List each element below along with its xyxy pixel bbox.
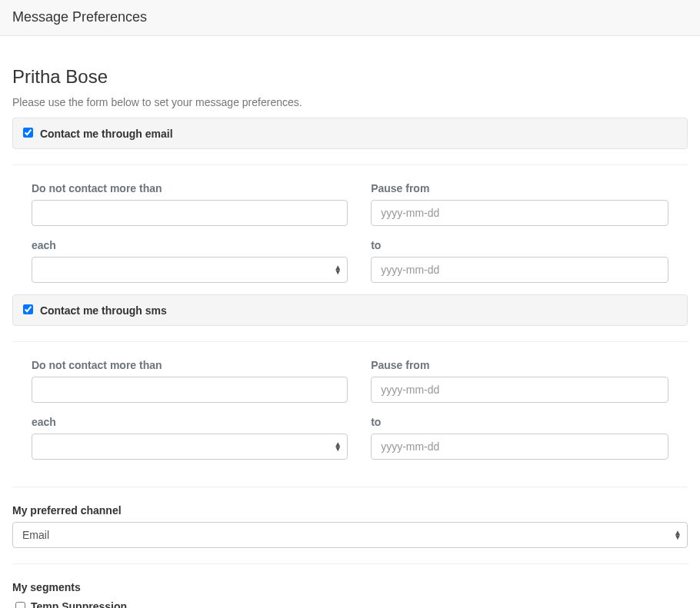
frequency-label: Do not contact more than bbox=[32, 357, 162, 373]
channel-block-sms: Contact me through sms Do not contact mo… bbox=[12, 294, 688, 471]
pause-col: Pause from to bbox=[359, 357, 699, 471]
user-name-heading: Pritha Bose bbox=[12, 67, 688, 87]
segment-checkbox[interactable] bbox=[15, 602, 25, 608]
each-label: each bbox=[32, 414, 56, 430]
divider bbox=[12, 341, 688, 342]
segments-label: My segments bbox=[12, 580, 688, 595]
channel-checkbox-sms[interactable] bbox=[23, 304, 33, 314]
frequency-col: Do not contact more than each ▲▼ bbox=[20, 357, 359, 471]
pause-col: Pause from to bbox=[359, 181, 699, 294]
channel-label-text: Contact me through sms bbox=[40, 304, 167, 317]
pause-from-label: Pause from bbox=[371, 357, 429, 373]
channel-row-sms: Do not contact more than each ▲▼ Pause f… bbox=[1, 357, 699, 471]
channel-row-email: Do not contact more than each ▲▼ Pause f… bbox=[1, 181, 699, 294]
pause-to-input-sms[interactable] bbox=[371, 434, 668, 460]
divider bbox=[12, 487, 688, 487]
pause-to-label: to bbox=[371, 414, 381, 430]
segment-item[interactable]: Temp Suppression bbox=[12, 599, 688, 608]
channel-label-text: Contact me through email bbox=[40, 128, 173, 140]
segments-section: My segments Temp Suppression Suppression… bbox=[12, 580, 688, 608]
each-select-sms[interactable] bbox=[32, 434, 348, 460]
instructions-text: Please use the form below to set your me… bbox=[12, 95, 688, 110]
navbar-title: Message Preferences bbox=[12, 8, 688, 28]
pause-from-label: Pause from bbox=[371, 181, 429, 196]
preferred-channel-label: My preferred channel bbox=[12, 503, 688, 518]
channel-header-email: Contact me through email bbox=[12, 118, 688, 149]
segment-label: Temp Suppression bbox=[31, 599, 127, 608]
frequency-input-email[interactable] bbox=[32, 200, 348, 226]
divider bbox=[12, 164, 688, 165]
pause-to-label: to bbox=[371, 238, 381, 253]
main-container: Pritha Bose Please use the form below to… bbox=[0, 36, 700, 608]
channel-block-email: Contact me through email Do not contact … bbox=[12, 118, 688, 294]
frequency-label: Do not contact more than bbox=[32, 181, 162, 196]
channel-checkbox-label-email[interactable]: Contact me through email bbox=[20, 125, 680, 141]
navbar: Message Preferences bbox=[0, 0, 700, 36]
pause-from-input-sms[interactable] bbox=[371, 377, 668, 403]
channel-checkbox-email[interactable] bbox=[23, 128, 33, 138]
frequency-col: Do not contact more than each ▲▼ bbox=[20, 181, 359, 294]
preferred-channel-group: My preferred channel Email ▲▼ bbox=[12, 503, 688, 548]
channel-checkbox-label-sms[interactable]: Contact me through sms bbox=[20, 302, 680, 318]
each-select-email[interactable] bbox=[32, 257, 348, 283]
frequency-input-sms[interactable] bbox=[32, 377, 348, 403]
channel-header-sms: Contact me through sms bbox=[12, 294, 688, 326]
each-label: each bbox=[32, 238, 56, 253]
divider bbox=[12, 563, 688, 564]
pause-from-input-email[interactable] bbox=[371, 200, 668, 226]
preferred-channel-select[interactable]: Email bbox=[12, 522, 688, 548]
pause-to-input-email[interactable] bbox=[371, 257, 668, 283]
